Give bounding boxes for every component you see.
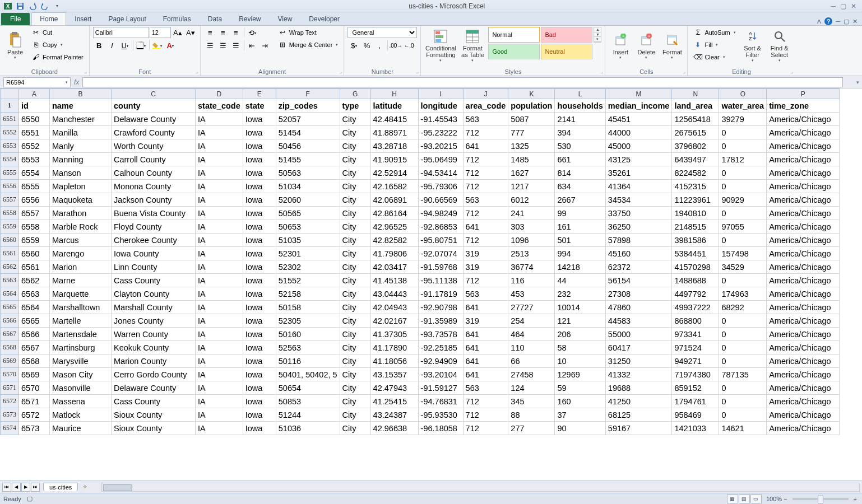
cell[interactable]: Iowa xyxy=(243,422,276,435)
spreadsheet-grid[interactable]: ABCDEFGHIJKLMNOP 1idnamecountystate_code… xyxy=(0,88,862,480)
restore-icon[interactable]: ▢ xyxy=(840,2,846,10)
cell[interactable]: 6565 xyxy=(19,314,50,328)
cell[interactable]: 6559 xyxy=(19,234,50,247)
underline-button[interactable]: U▾ xyxy=(119,40,131,51)
cell[interactable]: Iowa xyxy=(243,368,276,381)
cell[interactable]: 110 xyxy=(508,341,555,354)
cell[interactable]: 1217 xyxy=(508,180,555,193)
cell[interactable]: 1488688 xyxy=(672,274,719,287)
cell[interactable]: -94.53414 xyxy=(418,166,463,180)
cell[interactable]: 6439497 xyxy=(672,153,719,166)
cell[interactable]: 31250 xyxy=(605,354,672,368)
cell[interactable]: Iowa xyxy=(243,180,276,193)
find-select-button[interactable]: Find & Select▾ xyxy=(767,27,792,64)
cell[interactable]: 42.52914 xyxy=(370,166,418,180)
cell[interactable]: Marion xyxy=(50,260,112,274)
delete-button[interactable]: ×Delete▾ xyxy=(634,27,658,64)
cell[interactable]: 41.17890 xyxy=(370,341,418,354)
cell[interactable]: 51035 xyxy=(276,234,340,247)
column-header[interactable]: N xyxy=(672,89,719,99)
tab-data[interactable]: Data xyxy=(200,12,230,25)
cell[interactable]: 6561 xyxy=(19,260,50,274)
cell[interactable]: 5087 xyxy=(508,113,555,126)
cell[interactable]: 712 xyxy=(463,153,508,166)
column-header[interactable]: E xyxy=(243,89,276,99)
row-header[interactable]: 1 xyxy=(1,99,19,113)
tab-developer[interactable]: Developer xyxy=(300,12,348,25)
cell[interactable]: 50160 xyxy=(276,328,340,341)
cell[interactable]: Manson xyxy=(50,166,112,180)
gallery-down-icon[interactable]: ▼ xyxy=(594,32,601,38)
cell[interactable]: Maquoketa xyxy=(50,193,112,207)
cell[interactable]: City xyxy=(340,368,370,381)
row-header[interactable]: 6554 xyxy=(1,153,19,166)
cell[interactable]: 787135 xyxy=(719,368,767,381)
minimize-ribbon-icon[interactable]: ᐱ xyxy=(817,18,821,25)
cell[interactable]: 43125 xyxy=(605,153,672,166)
cell[interactable]: IA xyxy=(196,354,243,368)
cell[interactable]: 51454 xyxy=(276,126,340,139)
cell[interactable]: 641 xyxy=(463,139,508,153)
cell[interactable]: 0 xyxy=(719,180,767,193)
cell[interactable]: 6570 xyxy=(19,381,50,395)
cell[interactable]: City xyxy=(340,180,370,193)
cell[interactable]: Iowa xyxy=(243,234,276,247)
cell[interactable]: 42.06891 xyxy=(370,193,418,207)
cell[interactable]: -91.59768 xyxy=(418,260,463,274)
row-header[interactable]: 6571 xyxy=(1,381,19,395)
cell[interactable]: 6552 xyxy=(19,139,50,153)
italic-button[interactable]: I xyxy=(106,40,118,51)
row-header[interactable]: 6564 xyxy=(1,287,19,301)
cell[interactable]: 41.37305 xyxy=(370,328,418,341)
cell[interactable]: type xyxy=(340,99,370,113)
page-layout-view-icon[interactable]: ▤ xyxy=(739,494,750,503)
cell[interactable]: 50563 xyxy=(276,166,340,180)
cell[interactable]: IA xyxy=(196,180,243,193)
cell[interactable]: 0 xyxy=(719,381,767,395)
cell[interactable]: 241 xyxy=(508,207,555,220)
cell[interactable]: 6568 xyxy=(19,354,50,368)
style-normal[interactable]: Normal xyxy=(488,27,540,43)
expand-formula-bar-icon[interactable]: ▾ xyxy=(853,80,862,85)
paste-button[interactable]: Paste▾ xyxy=(3,27,27,64)
cell[interactable]: America/Chicago xyxy=(767,314,840,328)
font-color-button[interactable]: A▾ xyxy=(164,40,177,51)
row-header[interactable]: 6565 xyxy=(1,301,19,314)
cell[interactable]: Crawford County xyxy=(112,126,196,139)
cell[interactable]: 50116 xyxy=(276,354,340,368)
wrap-text-button[interactable]: ↩Wrap Text xyxy=(276,27,341,38)
cell[interactable]: America/Chicago xyxy=(767,234,840,247)
cell[interactable]: America/Chicago xyxy=(767,113,840,126)
row-header[interactable]: 6561 xyxy=(1,247,19,260)
cell[interactable]: county xyxy=(112,99,196,113)
cell[interactable]: 34529 xyxy=(719,260,767,274)
cell[interactable]: land_area xyxy=(672,99,719,113)
cell[interactable]: 42.03417 xyxy=(370,260,418,274)
cell[interactable]: 712 xyxy=(463,166,508,180)
cell[interactable]: America/Chicago xyxy=(767,247,840,260)
cell[interactable]: 44 xyxy=(555,274,605,287)
cell[interactable]: 59 xyxy=(555,381,605,395)
cell[interactable]: IA xyxy=(196,408,243,422)
cell[interactable]: City xyxy=(340,113,370,126)
cell[interactable]: Iowa County xyxy=(112,247,196,260)
cell[interactable]: Mapleton xyxy=(50,180,112,193)
row-header[interactable]: 6558 xyxy=(1,207,19,220)
cell[interactable]: IA xyxy=(196,247,243,260)
cell[interactable]: 6563 xyxy=(19,287,50,301)
cell[interactable]: area_code xyxy=(463,99,508,113)
cell[interactable]: City xyxy=(340,247,370,260)
tab-page-layout[interactable]: Page Layout xyxy=(100,12,154,25)
cell[interactable]: 121 xyxy=(555,314,605,328)
cell[interactable]: 641 xyxy=(463,328,508,341)
cell[interactable]: Iowa xyxy=(243,341,276,354)
cell[interactable]: -95.23222 xyxy=(418,126,463,139)
cell[interactable]: 394 xyxy=(555,126,605,139)
cell[interactable]: 6572 xyxy=(19,408,50,422)
decrease-decimal-icon[interactable]: ←.0 xyxy=(402,40,415,51)
cell[interactable]: 6569 xyxy=(19,368,50,381)
cell[interactable]: 777 xyxy=(508,126,555,139)
cell[interactable]: Keokuk County xyxy=(112,341,196,354)
row-header[interactable]: 6572 xyxy=(1,395,19,408)
format-as-table-button[interactable]: Format as Table▾ xyxy=(459,27,486,64)
